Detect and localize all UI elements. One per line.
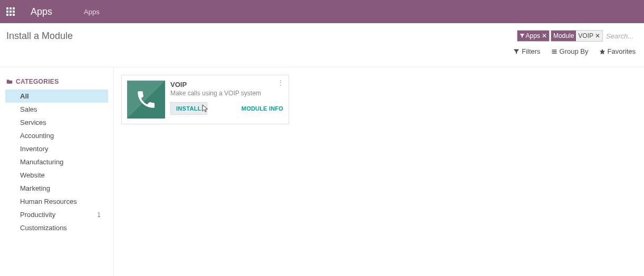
svg-rect-1 (9, 7, 12, 9)
sidebar-item-label: Website (20, 171, 45, 179)
content: CATEGORIES All Sales Services Accounting… (0, 67, 644, 276)
module-actions: INSTALL MODULE INFO (170, 102, 283, 115)
page-title: Install a Module (6, 29, 73, 42)
search-tag-value: VOIP (578, 32, 593, 40)
sidebar-item-label: All (20, 92, 29, 100)
module-card-voip[interactable]: VOIP Make calls using a VOIP system INST… (121, 75, 289, 124)
sidebar-item-productivity[interactable]: Productivity1 (5, 208, 108, 221)
search-tag-label: Apps (526, 32, 540, 40)
sidebar-item-services[interactable]: Services (5, 116, 108, 129)
remove-tag-button[interactable]: ✕ (595, 33, 600, 39)
svg-rect-6 (6, 14, 8, 16)
sidebar-item-label: Customizations (20, 224, 67, 232)
search-tag-apps[interactable]: Apps ✕ (517, 30, 550, 42)
filters-button[interactable]: Filters (513, 47, 540, 55)
sidebar-item-label: Sales (20, 105, 37, 113)
module-name: VOIP (170, 81, 283, 88)
remove-tag-button[interactable]: ✕ (542, 33, 547, 39)
control-panel: Install a Module Apps ✕ Module VOIP ✕ (0, 23, 644, 67)
filters-label: Filters (522, 47, 540, 55)
search-tag-prefix: Module (553, 32, 574, 40)
svg-rect-5 (13, 11, 15, 13)
filter-icon (520, 33, 525, 38)
sidebar-list: All Sales Services Accounting Inventory … (0, 90, 113, 234)
sidebar-item-label: Human Resources (20, 198, 77, 205)
phone-icon (127, 81, 165, 119)
sidebar-item-label: Marketing (20, 184, 50, 192)
sidebar: CATEGORIES All Sales Services Accounting… (0, 67, 114, 276)
app-title[interactable]: Apps (31, 6, 52, 17)
breadcrumb[interactable]: Apps (84, 8, 100, 16)
apps-menu-button[interactable] (6, 7, 15, 16)
sidebar-item-website[interactable]: Website (5, 169, 108, 182)
sidebar-item-count: 1 (97, 211, 101, 219)
sidebar-item-sales[interactable]: Sales (5, 103, 108, 116)
svg-rect-7 (9, 14, 12, 16)
group-by-label: Group By (560, 47, 589, 55)
sidebar-item-label: Productivity (20, 211, 55, 219)
svg-rect-8 (13, 14, 15, 16)
search-toolbar: Filters Group By Favorites (513, 47, 636, 60)
search-input[interactable] (604, 32, 636, 40)
sidebar-item-marketing[interactable]: Marketing (5, 182, 108, 195)
sidebar-item-label: Manufacturing (20, 158, 63, 166)
search-bar[interactable]: Apps ✕ Module VOIP ✕ (517, 29, 636, 42)
module-info-link[interactable]: MODULE INFO (242, 105, 283, 112)
sidebar-title: CATEGORIES (0, 78, 113, 90)
group-by-button[interactable]: Group By (551, 47, 589, 55)
sidebar-item-inventory[interactable]: Inventory (5, 142, 108, 155)
search-tag-module-voip[interactable]: Module VOIP ✕ (551, 30, 603, 42)
sidebar-item-label: Services (20, 119, 46, 126)
right-controls: Apps ✕ Module VOIP ✕ Filters (513, 29, 636, 60)
sidebar-item-accounting[interactable]: Accounting (5, 129, 108, 142)
svg-rect-2 (13, 7, 15, 9)
list-icon (551, 48, 558, 55)
module-grid: VOIP Make calls using a VOIP system INST… (114, 67, 644, 276)
install-button[interactable]: INSTALL (170, 102, 207, 115)
top-nav-bar: Apps Apps (0, 0, 644, 23)
sidebar-item-human-resources[interactable]: Human Resources (5, 195, 108, 208)
svg-rect-3 (6, 11, 8, 13)
module-description: Make calls using a VOIP system (170, 90, 283, 98)
sidebar-item-label: Accounting (20, 132, 54, 140)
sidebar-item-label: Inventory (20, 145, 48, 153)
filter-icon (513, 48, 520, 55)
sidebar-item-all[interactable]: All (5, 90, 108, 103)
sidebar-item-customizations[interactable]: Customizations (5, 221, 108, 234)
grid-icon (6, 7, 15, 16)
favorites-button[interactable]: Favorites (599, 47, 636, 55)
sidebar-item-manufacturing[interactable]: Manufacturing (5, 155, 108, 169)
module-body: VOIP Make calls using a VOIP system INST… (165, 81, 283, 119)
svg-rect-4 (9, 11, 12, 13)
folder-icon (6, 78, 13, 85)
star-icon (599, 48, 605, 55)
sidebar-title-label: CATEGORIES (16, 78, 59, 85)
svg-rect-0 (6, 7, 8, 9)
module-menu-button[interactable]: ⋮ (277, 78, 284, 87)
favorites-label: Favorites (608, 47, 636, 55)
